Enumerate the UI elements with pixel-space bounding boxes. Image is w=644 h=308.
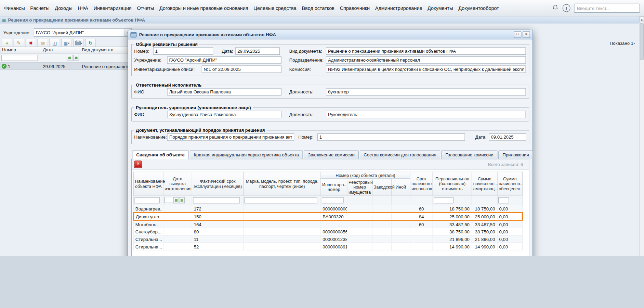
head-fio-field[interactable]: [167, 111, 281, 118]
objects-tbody: Водонагрев... 172 0000000000... 60 18 75…: [133, 205, 522, 250]
cell-impairment: 0,00: [497, 243, 522, 250]
tab-commission-members[interactable]: Состав комиссии для голосования: [359, 150, 440, 159]
tab-object-info[interactable]: Сведения об объекте: [132, 150, 189, 159]
column-header-number[interactable]: Номер: [0, 47, 41, 53]
menu-item[interactable]: Отчеты: [137, 5, 154, 11]
general-section: Общие реквизиты решения Номер: Дата: Вид…: [131, 42, 529, 76]
cell-other-number: [392, 243, 410, 250]
alert-icon[interactable]: !: [563, 4, 570, 12]
col-header-brand[interactable]: Марка, модель, проект, тип, порода, пасп…: [244, 172, 321, 195]
delete-icon: ✖: [29, 40, 33, 46]
delete-row-button[interactable]: ×: [134, 161, 142, 168]
inventory-lists-field[interactable]: [202, 65, 281, 73]
order-number-field[interactable]: [317, 133, 465, 141]
col-header-depreciation[interactable]: Сумма начисленн... амортизац...: [472, 172, 498, 195]
col-group-object-number: Номер (код) объекта (детали): [321, 172, 410, 178]
vertical-scrollbar[interactable]: ▲ ▼: [639, 16, 644, 256]
col-header-registry-number[interactable]: Реестровый номер имущества: [347, 179, 372, 195]
col-header-useful-life[interactable]: Срок полезного использов...: [410, 172, 433, 195]
col-header-name[interactable]: Наименование объекта НФА: [133, 172, 163, 195]
object-row[interactable]: Стиральна... 11 0000001238 21 896,00: [133, 235, 522, 243]
doctype-field[interactable]: [326, 47, 526, 55]
filter-impairment-input[interactable]: [498, 197, 509, 203]
filter-name-input[interactable]: [134, 197, 159, 203]
executor-position-field[interactable]: [326, 88, 526, 95]
document-date: 29.09.2025: [43, 64, 65, 68]
col-header-initial-cost[interactable]: Первоначальная (балансовая) стоимость: [433, 172, 472, 195]
tab-commission-conclusion[interactable]: Заключение комиссии: [304, 150, 359, 159]
date-field[interactable]: [235, 47, 280, 55]
menu-item[interactable]: Финансы: [4, 5, 25, 11]
cell-actual-term: 172: [192, 205, 243, 213]
filter-inventory-input[interactable]: [322, 197, 344, 203]
menu-item[interactable]: Справочники: [340, 5, 370, 11]
object-row[interactable]: Стиральна... 52 0000000891 14 990,00: [133, 243, 522, 250]
cell-name: Мотоблок ...: [133, 220, 163, 228]
menu-item[interactable]: Инвентаризация: [94, 5, 132, 11]
col-header-factory-number[interactable]: Заводской: [372, 179, 392, 195]
number-label: Номер:: [134, 49, 149, 53]
tab-attachments[interactable]: Приложения: [498, 150, 533, 159]
col-header-inventory-number[interactable]: Инвентарн... номер: [321, 179, 347, 195]
tab-brief-characteristic[interactable]: Краткая индивидуальная характеристика об…: [189, 150, 303, 159]
maximize-button[interactable]: □: [514, 31, 522, 38]
tab-commission-voting[interactable]: Голосование комиссии: [441, 150, 498, 159]
cell-actual-term: 164: [192, 220, 243, 228]
object-row[interactable]: Мотоблок ... 164 60 33 487,50 33 4: [133, 220, 522, 228]
caret-down-icon: ▾: [68, 42, 69, 45]
order-name-label: Наименование:: [134, 134, 167, 139]
institution-combo[interactable]: ГАУСО "Арский ДИПИ" ▼: [34, 28, 132, 37]
department-field[interactable]: [326, 56, 526, 64]
filter-date-to-calendar-button[interactable]: ▦: [179, 197, 185, 203]
scroll-thumb[interactable]: [640, 23, 644, 60]
filter-date-from-calendar-button[interactable]: ▦: [173, 197, 179, 203]
date-from-calendar-button[interactable]: ▦: [67, 55, 73, 61]
order-date-field[interactable]: [489, 133, 526, 141]
dialog-titlebar[interactable]: Решение о прекращении признания активами…: [128, 30, 533, 40]
filter-term-input[interactable]: [193, 197, 240, 203]
cell-useful-life: [410, 243, 433, 250]
date-to-calendar-button[interactable]: ▦: [73, 55, 79, 61]
cell-depreciation: 21 896,00: [472, 235, 498, 243]
number-field[interactable]: [153, 47, 213, 55]
cell-impairment: 0,00: [497, 228, 522, 235]
filter-brand-input[interactable]: [245, 197, 317, 203]
executor-fio-label: ФИО:: [134, 89, 146, 94]
institution-field[interactable]: [167, 56, 281, 64]
menu-item[interactable]: Администрирование: [375, 5, 422, 11]
commission-field[interactable]: [326, 65, 526, 73]
menu-item[interactable]: Доходы: [55, 5, 72, 11]
page-titlebar: ▦ Решения о прекращении признания актива…: [0, 16, 639, 23]
dialog-tabs: Сведения об объекте Краткая индивидуальн…: [131, 150, 529, 159]
menu-item[interactable]: Целевые средства: [253, 5, 297, 11]
scroll-up-button[interactable]: ▲: [640, 16, 644, 22]
menu-item[interactable]: Договоры и иные правовые основания: [159, 5, 248, 11]
filter-date-input[interactable]: [164, 197, 173, 203]
menu-item[interactable]: Ввод остатков: [302, 5, 335, 11]
menu-item[interactable]: НФА: [78, 5, 88, 11]
bell-icon[interactable]: [552, 4, 558, 12]
filter-cost-input[interactable]: [434, 197, 454, 203]
col-header-release-date[interactable]: Дата выпуска изготовления: [163, 172, 192, 195]
object-row[interactable]: Водонагрев... 172 0000000000... 60 18 75…: [133, 205, 522, 213]
copy-icon: ◫: [52, 40, 57, 46]
col-header-actual-term[interactable]: Фактический срок эксплуатации (месяцев): [192, 172, 243, 195]
institution-label: Учреждение:: [3, 30, 31, 35]
close-icon[interactable]: ×: [523, 31, 530, 38]
cell-impairment: 0,00: [497, 213, 522, 220]
menu-item[interactable]: Документы: [428, 5, 453, 11]
menu-item[interactable]: Документооборот: [458, 5, 499, 11]
order-name-field[interactable]: [167, 133, 294, 141]
head-position-field[interactable]: [326, 111, 526, 118]
object-row[interactable]: Снегоубор... 80 0000000856 38 750,00: [133, 228, 522, 235]
bg-filter-number-input[interactable]: [1, 55, 38, 61]
executor-fio-field[interactable]: [167, 88, 281, 95]
menu-item[interactable]: Расчеты: [30, 5, 49, 11]
col-header-impairment[interactable]: Сумма начисленн... обесценен...: [497, 172, 522, 195]
column-header-date[interactable]: Дата: [41, 47, 80, 53]
object-row[interactable]: Диван угло... 150 ВА000320 84 25 000,00: [133, 213, 522, 220]
cell-inventory-number: 0000000891: [321, 243, 347, 250]
search-input[interactable]: [574, 3, 640, 12]
page-title: Решения о прекращении признания активами…: [8, 17, 145, 22]
document-row[interactable]: ✓ 1 29.09.2025 Решение о прекращени: [0, 63, 142, 70]
